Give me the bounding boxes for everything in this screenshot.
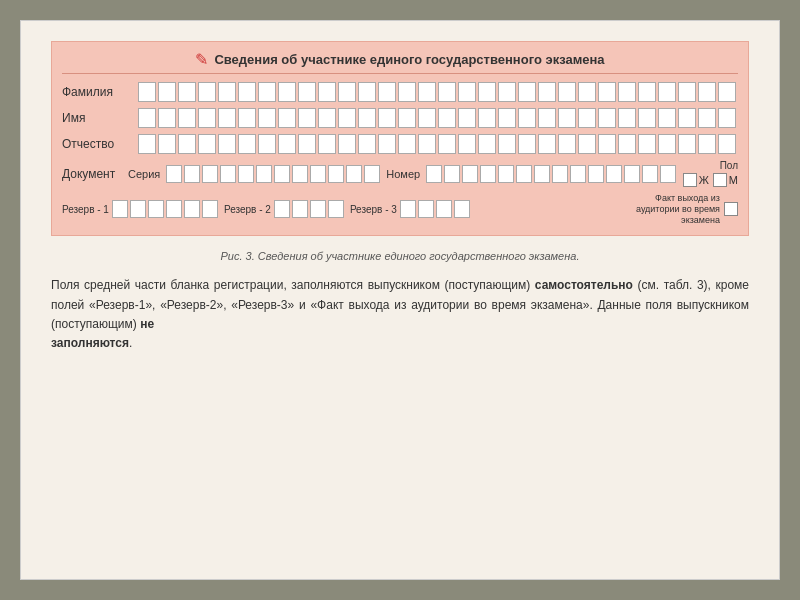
cell[interactable] bbox=[570, 165, 586, 183]
cell[interactable] bbox=[378, 134, 396, 154]
cell[interactable] bbox=[638, 134, 656, 154]
cell[interactable] bbox=[578, 82, 596, 102]
cell[interactable] bbox=[318, 108, 336, 128]
cell[interactable] bbox=[358, 82, 376, 102]
cell[interactable] bbox=[178, 108, 196, 128]
cell[interactable] bbox=[310, 165, 326, 183]
cell[interactable] bbox=[398, 134, 416, 154]
cell[interactable] bbox=[328, 165, 344, 183]
cell[interactable] bbox=[598, 82, 616, 102]
cell[interactable] bbox=[624, 165, 640, 183]
cell[interactable] bbox=[278, 82, 296, 102]
cell[interactable] bbox=[642, 165, 658, 183]
cell[interactable] bbox=[534, 165, 550, 183]
checkbox-female[interactable] bbox=[683, 173, 697, 187]
cell[interactable] bbox=[274, 165, 290, 183]
cell[interactable] bbox=[318, 134, 336, 154]
cell[interactable] bbox=[166, 200, 182, 218]
cell[interactable] bbox=[298, 82, 316, 102]
cell[interactable] bbox=[444, 165, 460, 183]
cell[interactable] bbox=[418, 108, 436, 128]
cell[interactable] bbox=[718, 82, 736, 102]
cell[interactable] bbox=[166, 165, 182, 183]
cell[interactable] bbox=[178, 134, 196, 154]
cell[interactable] bbox=[498, 165, 514, 183]
cell[interactable] bbox=[138, 82, 156, 102]
cell[interactable] bbox=[292, 165, 308, 183]
cell[interactable] bbox=[278, 134, 296, 154]
cell[interactable] bbox=[618, 108, 636, 128]
cell[interactable] bbox=[558, 82, 576, 102]
cell[interactable] bbox=[138, 134, 156, 154]
cell[interactable] bbox=[274, 200, 290, 218]
cell[interactable] bbox=[638, 82, 656, 102]
cell[interactable] bbox=[158, 108, 176, 128]
cell[interactable] bbox=[112, 200, 128, 218]
cell[interactable] bbox=[698, 108, 716, 128]
cell[interactable] bbox=[418, 134, 436, 154]
cell[interactable] bbox=[516, 165, 532, 183]
cell[interactable] bbox=[538, 82, 556, 102]
cell[interactable] bbox=[218, 108, 236, 128]
cell[interactable] bbox=[458, 82, 476, 102]
cell[interactable] bbox=[418, 200, 434, 218]
cell[interactable] bbox=[598, 108, 616, 128]
cell[interactable] bbox=[588, 165, 604, 183]
cell[interactable] bbox=[462, 165, 478, 183]
cell[interactable] bbox=[678, 134, 696, 154]
cell[interactable] bbox=[218, 134, 236, 154]
cell[interactable] bbox=[220, 165, 236, 183]
cell[interactable] bbox=[238, 82, 256, 102]
cell[interactable] bbox=[258, 82, 276, 102]
cell[interactable] bbox=[278, 108, 296, 128]
cell[interactable] bbox=[202, 200, 218, 218]
cell[interactable] bbox=[298, 108, 316, 128]
cell[interactable] bbox=[138, 108, 156, 128]
cell[interactable] bbox=[346, 165, 362, 183]
cell[interactable] bbox=[438, 82, 456, 102]
cell[interactable] bbox=[184, 165, 200, 183]
cell[interactable] bbox=[606, 165, 622, 183]
cell[interactable] bbox=[698, 134, 716, 154]
cell[interactable] bbox=[598, 134, 616, 154]
cell[interactable] bbox=[338, 82, 356, 102]
cell[interactable] bbox=[578, 108, 596, 128]
cell[interactable] bbox=[398, 108, 416, 128]
cell[interactable] bbox=[298, 134, 316, 154]
cell[interactable] bbox=[158, 134, 176, 154]
cell[interactable] bbox=[130, 200, 146, 218]
cell[interactable] bbox=[358, 108, 376, 128]
cell[interactable] bbox=[678, 82, 696, 102]
cell[interactable] bbox=[658, 134, 676, 154]
cell[interactable] bbox=[338, 134, 356, 154]
cell[interactable] bbox=[718, 108, 736, 128]
cell[interactable] bbox=[178, 82, 196, 102]
cell[interactable] bbox=[258, 108, 276, 128]
cell[interactable] bbox=[558, 108, 576, 128]
cell[interactable] bbox=[378, 108, 396, 128]
cell[interactable] bbox=[458, 134, 476, 154]
cell[interactable] bbox=[198, 82, 216, 102]
cell[interactable] bbox=[552, 165, 568, 183]
cell[interactable] bbox=[218, 82, 236, 102]
cell[interactable] bbox=[310, 200, 326, 218]
cell[interactable] bbox=[238, 165, 254, 183]
cell[interactable] bbox=[292, 200, 308, 218]
cell[interactable] bbox=[202, 165, 218, 183]
cell[interactable] bbox=[498, 82, 516, 102]
checkbox-male[interactable] bbox=[713, 173, 727, 187]
cell[interactable] bbox=[538, 108, 556, 128]
cell[interactable] bbox=[480, 165, 496, 183]
cell[interactable] bbox=[518, 134, 536, 154]
cell[interactable] bbox=[518, 108, 536, 128]
cell[interactable] bbox=[638, 108, 656, 128]
cell[interactable] bbox=[364, 165, 380, 183]
cell[interactable] bbox=[256, 165, 272, 183]
cell[interactable] bbox=[198, 134, 216, 154]
cell[interactable] bbox=[400, 200, 416, 218]
cell[interactable] bbox=[338, 108, 356, 128]
cell[interactable] bbox=[258, 134, 276, 154]
cell[interactable] bbox=[328, 200, 344, 218]
cell[interactable] bbox=[438, 134, 456, 154]
cell[interactable] bbox=[618, 134, 636, 154]
